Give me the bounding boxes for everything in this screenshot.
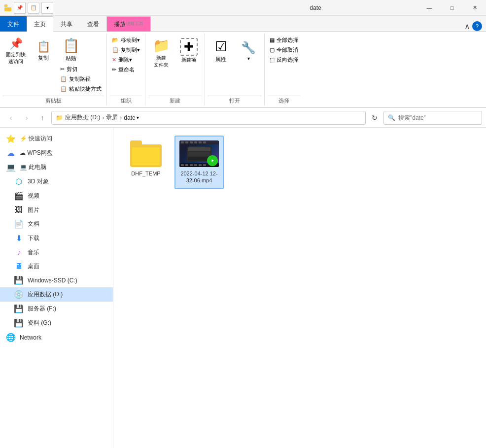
desktop-icon: 🖥: [14, 262, 24, 271]
svg-rect-0: [4, 4, 7, 7]
sidebar-item-wps[interactable]: ☁ ☁ WPS网盘: [0, 146, 113, 160]
quick-access-icon: ⭐: [6, 134, 16, 143]
paste-icon: 📋: [63, 37, 80, 54]
copy-icon: 📋: [37, 40, 50, 53]
sidebar-item-label: 服务器 (F:): [28, 305, 56, 313]
organize-label: 组织: [110, 96, 142, 104]
address-path[interactable]: 📁 应用数据 (D:) › 录屏 › date ▾: [51, 111, 366, 125]
sidebar-item-label: 下载: [28, 234, 39, 242]
sidebar-item-win-ssd[interactable]: 💾 Windows-SSD (C:): [0, 273, 113, 287]
move-to-btn[interactable]: 📂 移动到▾: [110, 35, 142, 45]
select-group: ▦ 全部选择 ▢ 全部取消 ⬚ 反向选择 选择: [265, 34, 303, 105]
minimize-btn[interactable]: —: [418, 0, 441, 16]
sep1: ›: [102, 114, 104, 121]
file-label-video: 2022-04-12 12-32-06.mp4: [179, 170, 219, 184]
drive-icon: 📁: [56, 114, 63, 121]
new-item-icon: ✚: [180, 38, 198, 56]
invert-select-btn[interactable]: ⬚ 反向选择: [268, 55, 300, 65]
forward-btn[interactable]: ›: [20, 111, 34, 125]
sidebar-item-data[interactable]: 💾 资料 (G:): [0, 316, 113, 330]
search-box[interactable]: 🔍: [383, 111, 482, 125]
deselect-all-btn[interactable]: ▢ 全部取消: [268, 45, 300, 55]
organize-group: 📂 移动到▾ 📋 复制到▾ ✕ 删除▾ ✏ 重命名 组织: [107, 34, 145, 105]
address-dropdown-icon[interactable]: ▾: [137, 115, 139, 120]
rename-btn[interactable]: ✏ 重命名: [110, 65, 142, 74]
wps-icon: ☁: [6, 148, 16, 158]
help-btn[interactable]: ?: [472, 21, 482, 31]
back-btn[interactable]: ‹: [4, 111, 18, 125]
open-group-extra[interactable]: 🔧 ▾: [236, 35, 261, 66]
file-label-folder: DHF_TEMP: [131, 170, 160, 177]
tab-home[interactable]: 主页: [27, 16, 53, 32]
sidebar-item-video[interactable]: 🎬 视频: [0, 189, 113, 203]
sidebar-item-label: 应用数据 (D:): [28, 290, 63, 299]
qat-pin-btn[interactable]: 📌: [14, 2, 26, 14]
new-item-btn[interactable]: ✚ 新建项: [176, 35, 202, 66]
select-all-btn[interactable]: ▦ 全部选择: [268, 35, 300, 45]
refresh-btn[interactable]: ↻: [368, 111, 382, 125]
copy-path-btn[interactable]: 📋 复制路径: [58, 74, 104, 84]
open-group-content: ☑ 属性 🔧 ▾: [208, 34, 261, 95]
sidebar-item-doc[interactable]: 📄 文档: [0, 217, 113, 231]
sidebar-item-label: 图片: [28, 206, 39, 214]
ribbon-collapse-btn[interactable]: ∧: [464, 22, 470, 31]
video-play-icon: [207, 155, 218, 166]
open-extra-icon: 🔧: [241, 41, 256, 55]
data-icon: 💾: [14, 318, 24, 328]
sidebar-item-server[interactable]: 💾 服务器 (F:): [0, 302, 113, 316]
deselect-all-icon: ▢: [270, 47, 275, 53]
main-content: ⭐ ⚡ 快速访问 ☁ ☁ WPS网盘 💻 💻 此电脑 ⬡ 3D 对象 🎬 视频 …: [0, 128, 486, 448]
sidebar-item-music[interactable]: ♪ 音乐: [0, 245, 113, 259]
new-label: 新建: [148, 96, 202, 104]
qat-dropdown-btn[interactable]: ▾: [41, 2, 53, 14]
sidebar-item-label: 桌面: [28, 262, 39, 271]
up-btn[interactable]: ↑: [35, 111, 49, 125]
qat-copy-btn[interactable]: 📋: [28, 2, 39, 14]
sidebar-item-network[interactable]: 🌐 Network: [0, 330, 113, 345]
download-icon: ⬇: [14, 234, 24, 243]
sidebar-item-desktop[interactable]: 🖥 桌面: [0, 259, 113, 273]
clipboard-label: 剪贴板: [3, 96, 104, 104]
sidebar-item-label: 音乐: [28, 248, 39, 257]
folder-icon: [130, 140, 162, 167]
music-icon: ♪: [14, 248, 24, 257]
window-controls: — □ ✕: [418, 0, 486, 16]
rename-icon: ✏: [112, 67, 116, 73]
select-col: ▦ 全部选择 ▢ 全部取消 ⬚ 反向选择: [268, 35, 300, 65]
paste-col: 📋 粘贴 ✂ 剪切 📋 复制路径 📋 粘贴快捷方式: [58, 35, 104, 94]
sidebar-item-label: 资料 (G:): [28, 319, 51, 327]
win-ssd-icon: 💾: [14, 276, 24, 285]
pin-btn[interactable]: 📌 固定到快 速访问: [3, 35, 29, 67]
title-bar-left: 📌 📋 ▾: [0, 2, 213, 14]
sidebar-item-app-data[interactable]: 💿 应用数据 (D:): [0, 287, 113, 302]
delete-btn[interactable]: ✕ 删除▾: [110, 55, 142, 65]
clipboard-group: 📌 固定到快 速访问 📋 复制 📋 粘贴 ✂ 剪切 📋 复制路径: [0, 34, 107, 105]
cut-btn[interactable]: ✂ 剪切: [58, 65, 104, 74]
sidebar-item-this-pc[interactable]: 💻 💻 此电脑: [0, 160, 113, 174]
close-btn[interactable]: ✕: [463, 0, 486, 16]
sidebar-item-label: 💻 此电脑: [20, 163, 46, 172]
tab-view[interactable]: 查看: [80, 16, 106, 32]
paste-shortcut-btn[interactable]: 📋 粘贴快捷方式: [58, 84, 104, 94]
properties-btn[interactable]: ☑ 属性: [208, 35, 234, 66]
invert-select-icon: ⬚: [270, 57, 275, 63]
crumb1: 应用数据 (D:): [65, 113, 100, 122]
search-input[interactable]: [398, 114, 478, 121]
sidebar-item-label: 视频: [28, 192, 39, 200]
new-folder-btn[interactable]: 📁 新建 文件夹: [148, 35, 174, 70]
sidebar-item-picture[interactable]: 🖼 图片: [0, 203, 113, 217]
organize-group-content: 📂 移动到▾ 📋 复制到▾ ✕ 删除▾ ✏ 重命名: [110, 34, 142, 95]
copy-btn[interactable]: 📋 复制: [31, 35, 56, 66]
sidebar-item-quick-access[interactable]: ⭐ ⚡ 快速访问: [0, 132, 113, 146]
sidebar-item-3d[interactable]: ⬡ 3D 对象: [0, 174, 113, 189]
maximize-btn[interactable]: □: [441, 0, 463, 16]
tab-file[interactable]: 文件: [0, 16, 27, 32]
tab-share[interactable]: 共享: [53, 16, 80, 32]
file-item-video[interactable]: 2022-04-12 12-32-06.mp4: [174, 136, 224, 189]
copy-to-btn[interactable]: 📋 复制到▾: [110, 45, 142, 55]
sidebar: ⭐ ⚡ 快速访问 ☁ ☁ WPS网盘 💻 💻 此电脑 ⬡ 3D 对象 🎬 视频 …: [0, 128, 113, 448]
tab-video-tools[interactable]: 播放 视频工具: [106, 16, 151, 32]
file-item-folder[interactable]: DHF_TEMP: [121, 136, 171, 189]
sidebar-item-download[interactable]: ⬇ 下载: [0, 231, 113, 245]
paste-btn[interactable]: 📋 粘贴: [58, 35, 84, 64]
